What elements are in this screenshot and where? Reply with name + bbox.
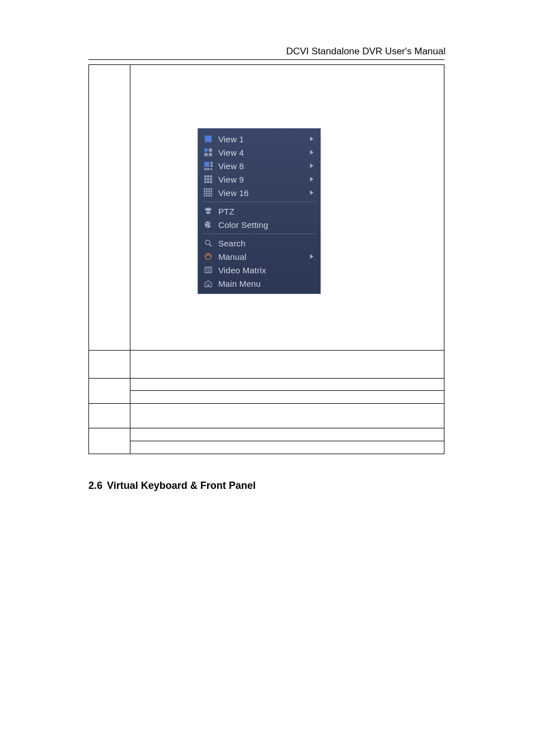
chevron-right-icon (309, 188, 315, 197)
menu-item-label: Color Setting (218, 220, 315, 230)
header-divider (88, 59, 444, 60)
table-cell (89, 351, 130, 379)
table-row: View 1 View 4 View 8 (89, 65, 444, 351)
svg-marker-4 (310, 190, 313, 195)
chevron-right-icon (309, 175, 315, 184)
table-cell (89, 428, 130, 454)
manual-icon (204, 252, 213, 261)
table-cell-left (89, 65, 130, 351)
menu-group-views: View 1 View 4 View 8 (198, 131, 320, 200)
section-title: Virtual Keyboard & Front Panel (107, 480, 256, 491)
view16-icon (204, 188, 213, 197)
svg-marker-3 (310, 177, 313, 181)
table-cell (130, 441, 444, 454)
menu-item-label: Search (218, 239, 315, 248)
section-number: 2.6 (88, 480, 102, 491)
menu-item-view1[interactable]: View 1 (198, 132, 320, 146)
svg-point-8 (208, 222, 209, 223)
table-row (89, 351, 444, 379)
menu-item-label: Main Menu (218, 279, 315, 288)
ptz-icon (204, 207, 213, 216)
menu-item-view8[interactable]: View 8 (198, 159, 320, 172)
video-matrix-icon (204, 265, 213, 274)
svg-marker-1 (310, 150, 313, 155)
table-cell (130, 428, 444, 441)
menu-item-search[interactable]: Search (198, 236, 320, 250)
menu-item-view9[interactable]: View 9 (198, 172, 320, 186)
table-cell (130, 391, 444, 404)
table-cell-screenshot: View 1 View 4 View 8 (130, 65, 444, 351)
svg-line-11 (209, 244, 212, 246)
page-header-title: DCVI Standalone DVR User's Manual (286, 46, 446, 57)
menu-divider (203, 202, 316, 202)
chevron-right-icon (309, 134, 315, 143)
menu-item-color-setting[interactable]: Color Setting (198, 218, 320, 231)
menu-item-label: Video Matrix (218, 265, 315, 275)
svg-point-9 (207, 226, 208, 227)
view8-icon (204, 161, 213, 170)
table-row (89, 441, 444, 454)
menu-group-settings: PTZ Color Setting (198, 203, 320, 232)
menu-item-label: View 8 (218, 161, 309, 171)
svg-point-10 (205, 240, 210, 245)
menu-item-label: Manual (218, 252, 309, 262)
table-row (89, 379, 444, 391)
menu-item-label: PTZ (218, 207, 315, 216)
table-cell (130, 351, 444, 379)
section-heading: 2.6Virtual Keyboard & Front Panel (88, 480, 256, 492)
menu-group-tools: Search Manual Video Matrix Main Menu (198, 235, 320, 291)
svg-rect-6 (206, 212, 210, 214)
menu-item-view4[interactable]: View 4 (198, 146, 320, 159)
menu-item-label: View 4 (218, 148, 309, 157)
main-menu-icon (204, 279, 213, 288)
menu-item-manual[interactable]: Manual (198, 250, 320, 263)
menu-item-label: View 1 (218, 134, 309, 144)
table-cell (130, 379, 444, 391)
table-row (89, 428, 444, 441)
table-row (89, 404, 444, 428)
chevron-right-icon (309, 161, 315, 170)
svg-marker-0 (310, 137, 313, 141)
menu-divider (203, 234, 316, 234)
svg-point-5 (205, 208, 212, 211)
color-setting-icon (204, 220, 213, 229)
table-cell (89, 379, 130, 404)
view9-icon (204, 175, 213, 184)
context-menu-panel: View 1 View 4 View 8 (198, 128, 321, 294)
menu-item-video-matrix[interactable]: Video Matrix (198, 263, 320, 277)
menu-item-label: View 16 (218, 188, 309, 198)
view4-icon (204, 148, 213, 157)
view1-icon (204, 134, 213, 143)
table-cell (89, 404, 130, 428)
table-cell (130, 404, 444, 428)
menu-item-label: View 9 (218, 175, 309, 184)
chevron-right-icon (309, 252, 315, 261)
menu-item-ptz[interactable]: PTZ (198, 204, 320, 218)
menu-item-main-menu[interactable]: Main Menu (198, 277, 320, 290)
table-row (89, 391, 444, 404)
search-icon (204, 239, 213, 248)
chevron-right-icon (309, 148, 315, 157)
svg-marker-14 (310, 254, 313, 259)
content-table: View 1 View 4 View 8 (88, 64, 444, 454)
svg-marker-2 (310, 164, 313, 168)
menu-item-view16[interactable]: View 16 (198, 186, 320, 199)
svg-point-7 (206, 223, 207, 224)
